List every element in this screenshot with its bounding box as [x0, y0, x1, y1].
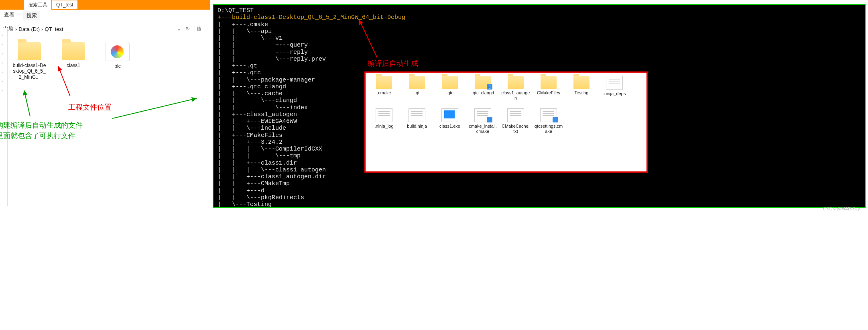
tab-qt-test[interactable]: QT_test: [52, 0, 77, 9]
arrow-red-up-icon: [357, 18, 385, 62]
inset-item[interactable]: class1.exe: [435, 108, 464, 134]
annotation-auto-gen-1: 构建编译后自动生成的文件: [0, 120, 83, 130]
inset-label: Testing: [567, 90, 596, 96]
svg-line-0: [58, 66, 70, 96]
crumb-drive[interactable]: Data (D:): [18, 26, 40, 32]
inset-item[interactable]: .ninja_log: [370, 108, 398, 134]
tab-search-tools[interactable]: 搜索工具: [24, 0, 51, 10]
folder-icon: [442, 76, 458, 89]
inset-label: .cmake: [370, 90, 398, 96]
file-icon: [474, 108, 491, 122]
folder-icon: [18, 42, 41, 60]
arrow-red-icon: [52, 64, 76, 96]
inset-label: cmake_install.cmake: [468, 124, 497, 134]
folder-icon: [508, 76, 524, 89]
file-icon: [606, 76, 623, 90]
inset-item[interactable]: Testing: [567, 76, 596, 100]
folder-icon: {}: [475, 76, 491, 89]
inset-label: .qt: [402, 90, 431, 96]
exe-icon: [441, 108, 458, 122]
file-icon: [409, 108, 425, 122]
inset-label: CMakeFiles: [534, 90, 563, 96]
inset-item[interactable]: .qt: [402, 76, 431, 100]
explorer-tab-strip: 搜索工具 QT_test: [0, 0, 210, 10]
inset-row: .ninja_logbuild.ninjaclass1.execmake_ins…: [370, 108, 642, 134]
dropdown-icon[interactable]: ⌄: [177, 26, 181, 32]
folder-icon: [573, 76, 590, 89]
inset-label: build.ninja: [402, 124, 431, 129]
breadcrumb[interactable]: 电脑› Data (D:)› QT_test: [2, 25, 172, 33]
file-list: build-class1-Desktop_Qt_6_5_2_MinG... cl…: [0, 36, 210, 212]
inset-item[interactable]: .qtc: [435, 76, 464, 100]
folder-build[interactable]: build-class1-Desktop_Qt_6_5_2_MinG...: [12, 42, 47, 80]
ribbon: 查看 搜索: [0, 10, 210, 22]
file-label: build-class1-Desktop_Qt_6_5_2_MinG...: [12, 63, 47, 80]
svg-line-2: [112, 98, 197, 118]
watermark: CSDN @MAR-Sky: [823, 206, 860, 211]
inset-label: CMakeCache.txt: [501, 124, 530, 134]
picture-folder-icon: [106, 42, 130, 61]
inset-item[interactable]: qtcsettings.cmake: [534, 108, 563, 134]
file-icon: [507, 108, 524, 122]
folder-pic[interactable]: pic: [100, 42, 135, 69]
folder-icon: [409, 76, 425, 89]
inset-item[interactable]: .cmake: [370, 76, 398, 100]
inset-item[interactable]: .ninja_deps: [600, 76, 629, 100]
ribbon-view[interactable]: 查看: [4, 11, 14, 20]
inset-item[interactable]: CMakeFiles: [534, 76, 563, 100]
file-icon: [540, 108, 557, 122]
crumb-folder[interactable]: QT_test: [45, 26, 63, 32]
folder-icon: [376, 76, 392, 89]
build-folder-contents: .cmake.qt.qtc{}.qtc_clangdclass1_autogen…: [364, 71, 648, 173]
folder-icon: [62, 42, 85, 60]
inset-label: .qtc_clangd: [468, 90, 497, 96]
terminal-window: D:\QT_TEST +---build-class1-Desktop_Qt_6…: [213, 4, 866, 208]
svg-line-1: [24, 90, 30, 116]
inset-item[interactable]: cmake_install.cmake: [468, 108, 497, 134]
inset-label: class1_autogen: [501, 90, 530, 100]
inset-item[interactable]: {}.qtc_clangd: [468, 76, 497, 100]
inset-label: .ninja_deps: [600, 91, 629, 96]
inset-row: .cmake.qt.qtc{}.qtc_clangdclass1_autogen…: [370, 76, 642, 100]
inset-item[interactable]: CMakeCache.txt: [501, 108, 530, 134]
address-bar: 电脑› Data (D:)› QT_test ⌄ ↻ 搜: [0, 22, 210, 36]
arrow-green-right-icon: [112, 96, 201, 120]
ribbon-search[interactable]: 搜索: [23, 11, 40, 20]
terminal-pane: D:\QT_TEST +---build-class1-Desktop_Qt_6…: [210, 0, 868, 212]
inset-label: .ninja_log: [370, 124, 398, 129]
file-icon: [376, 108, 392, 122]
inset-item[interactable]: class1_autogen: [501, 76, 530, 100]
inset-label: qtcsettings.cmake: [534, 124, 563, 134]
folder-icon: [541, 76, 557, 89]
inset-item[interactable]: build.ninja: [402, 108, 431, 134]
search-input[interactable]: 搜: [195, 26, 208, 33]
inset-label: .qtc: [435, 90, 464, 96]
arrow-green-icon: [20, 88, 40, 116]
annotation-auto-gen-2: 里面就包含了可执行文件: [0, 131, 75, 141]
explorer-pane: 搜索工具 QT_test 查看 搜索 电脑› Data (D:)› QT_tes…: [0, 0, 210, 212]
inset-label: class1.exe: [435, 124, 464, 129]
file-label: pic: [100, 63, 135, 69]
refresh-icon[interactable]: ↻: [186, 26, 190, 32]
annotation-proj-loc: 工程文件位置: [68, 102, 112, 112]
svg-line-3: [359, 20, 377, 58]
